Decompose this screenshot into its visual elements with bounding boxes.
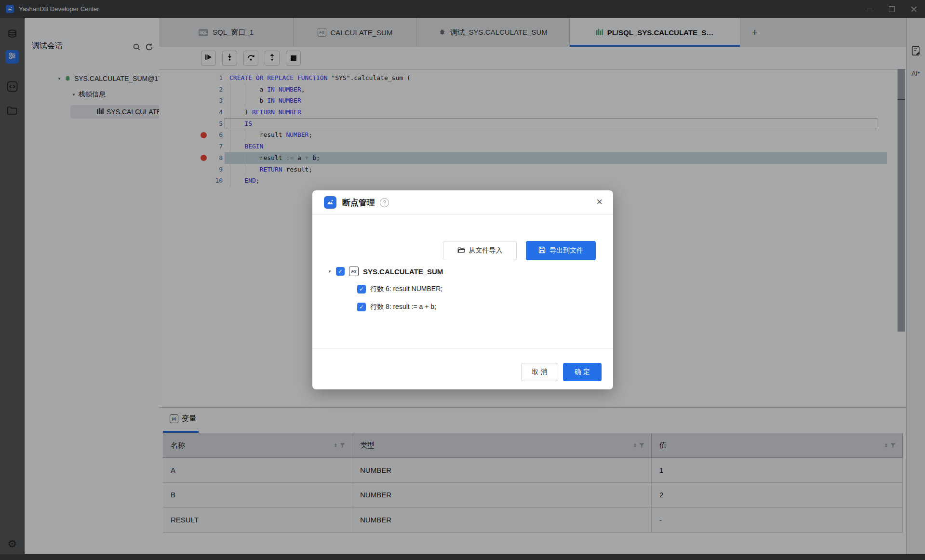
export-label: 导出到文件	[550, 246, 583, 255]
function-icon: Fx	[349, 267, 359, 276]
help-icon[interactable]: ?	[380, 198, 389, 207]
breakpoint-tree-item[interactable]: ✓行数 8: result := a + b;	[357, 301, 436, 313]
folder-open-icon	[457, 247, 465, 255]
dialog-close-icon[interactable]: ×	[596, 197, 603, 207]
dialog-logo-icon	[324, 196, 336, 209]
dialog-title: 断点管理	[342, 197, 375, 208]
ok-button[interactable]: 确 定	[563, 363, 602, 381]
dialog-footer: 取 消 确 定	[312, 348, 613, 390]
breakpoint-item-label: 行数 8: result := a + b;	[370, 303, 436, 311]
cancel-button[interactable]: 取 消	[521, 363, 558, 381]
checkbox-checked[interactable]: ✓	[336, 267, 345, 276]
breakpoint-root-label: SYS.CALCULATE_SUM	[363, 267, 443, 276]
breakpoint-item-label: 行数 6: result NUMBER;	[370, 285, 442, 293]
checkbox-checked[interactable]: ✓	[357, 303, 366, 311]
dialog-header: 断点管理 ? ×	[312, 190, 613, 215]
import-label: 从文件导入	[469, 246, 503, 255]
breakpoint-tree-root[interactable]: ▼✓FxSYS.CALCULATE_SUM	[328, 265, 443, 278]
breakpoint-tree-item[interactable]: ✓行数 6: result NUMBER;	[357, 283, 442, 295]
caret-down-icon[interactable]: ▼	[328, 269, 332, 274]
app-window: YashanDB Developer Center	[0, 0, 925, 560]
checkbox-checked[interactable]: ✓	[357, 285, 366, 293]
export-to-file-button[interactable]: 导出到文件	[526, 241, 596, 260]
breakpoint-manager-dialog: 断点管理 ? × 从文件导入 导出到文件 ▼✓FxSYS.CALCULATE_S…	[312, 190, 613, 389]
import-from-file-button[interactable]: 从文件导入	[443, 241, 517, 260]
save-icon	[538, 246, 546, 255]
